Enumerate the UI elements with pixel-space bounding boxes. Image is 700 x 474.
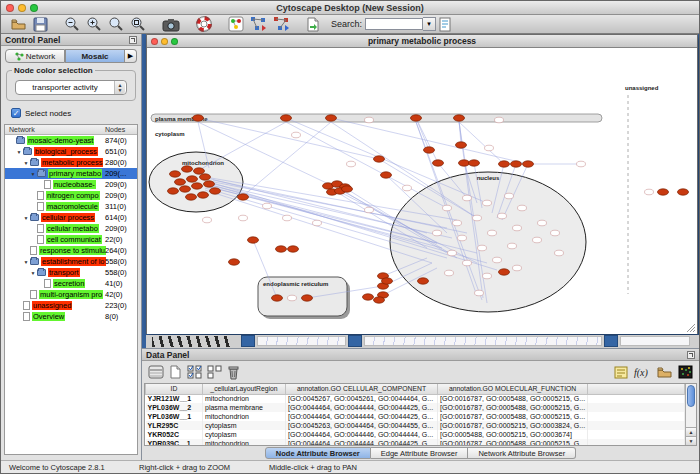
network-node-selected-category[interactable]	[459, 160, 470, 166]
search-input[interactable]	[365, 18, 423, 30]
tree-row[interactable]: mosaic-demo-yeast874(0)	[5, 135, 137, 146]
network-node-selected-category[interactable]	[229, 259, 240, 265]
network-node-selected-category[interactable]	[281, 115, 292, 121]
tree-row[interactable]: ▼metabolic process280(0)	[5, 157, 137, 168]
select-attributes-button[interactable]	[187, 363, 202, 381]
network-node-selected-category[interactable]	[424, 147, 435, 153]
table-row[interactable]: YJR121W__1mitochondrion[GO:0045267, GO:0…	[146, 394, 685, 403]
tree-row[interactable]: response to stimulu264(0)	[5, 245, 137, 256]
network-node[interactable]	[365, 117, 374, 123]
network-node[interactable]	[463, 195, 472, 201]
network-edge[interactable]	[331, 118, 528, 164]
network-node[interactable]	[513, 225, 522, 231]
import-attributes-button[interactable]	[614, 363, 628, 381]
table-row[interactable]: YLR295Ccytoplasm[GO:0045263, GO:0044464,…	[146, 421, 685, 430]
network-node[interactable]	[433, 230, 442, 236]
network-node-selected-category[interactable]	[469, 160, 480, 166]
network-node-selected-category[interactable]	[382, 278, 393, 284]
network-node-selected-category[interactable]	[523, 161, 534, 167]
resize-grip[interactable]	[687, 324, 695, 332]
network-node-selected-category[interactable]	[210, 188, 221, 194]
table-row[interactable]: YPL036W__2plasma membrane[GO:0044464, GO…	[146, 403, 685, 412]
scroll-up-icon[interactable]: ▲	[686, 427, 696, 436]
network-node-selected-category[interactable]	[511, 161, 522, 167]
network-node-selected-category[interactable]	[198, 192, 209, 198]
tree-row[interactable]: Overview8(0)	[5, 311, 137, 322]
tree-row[interactable]: ▼transport558(0)	[5, 267, 137, 278]
network-node-selected-category[interactable]	[411, 115, 422, 121]
network-node[interactable]	[483, 273, 492, 279]
network-node-selected-category[interactable]	[456, 142, 467, 148]
network-node[interactable]	[443, 205, 452, 211]
zoom-window-button[interactable]	[30, 4, 38, 12]
network-node-selected-category[interactable]	[658, 189, 669, 195]
network-node[interactable]	[495, 117, 504, 123]
unselect-attributes-button[interactable]	[207, 363, 222, 381]
network-node[interactable]	[445, 270, 454, 276]
network-node-selected-category[interactable]	[180, 186, 191, 192]
node-color-dropdown[interactable]: transporter activity ▲▼	[15, 80, 127, 95]
attribute-grid-button[interactable]	[148, 363, 164, 381]
close-button[interactable]	[6, 4, 14, 12]
tree-row[interactable]: cell communicat22(0)	[5, 234, 137, 245]
network-node-selected-category[interactable]	[170, 171, 181, 177]
new-attribute-button[interactable]	[169, 363, 182, 381]
network-node[interactable]	[505, 193, 514, 199]
network-node[interactable]	[513, 265, 522, 271]
network-node[interactable]	[483, 200, 492, 206]
tree-row[interactable]: ▼cellular process614(0)	[5, 212, 137, 223]
network-node[interactable]	[498, 213, 507, 219]
import-annotation-button[interactable]	[306, 16, 320, 33]
tab-mosaic[interactable]: Mosaic	[65, 49, 125, 63]
tree-row[interactable]: nucleobase-209(0)	[5, 179, 137, 190]
network-edge[interactable]	[416, 118, 429, 150]
tree-row[interactable]: ▼primary metabo209(...	[5, 168, 137, 179]
network-node[interactable]	[478, 245, 487, 251]
layout-network-alt-button[interactable]	[273, 16, 290, 33]
search-dropdown-button[interactable]: ▾	[423, 17, 436, 31]
select-nodes-checkbox[interactable]: ✓	[11, 108, 21, 118]
network-node-selected-category[interactable]	[678, 189, 689, 195]
network-node[interactable]	[551, 230, 560, 236]
network-node-selected-category[interactable]	[187, 176, 198, 182]
vizmapper-button[interactable]	[228, 16, 244, 33]
network-node-selected-category[interactable]	[499, 269, 510, 275]
tab-node-attribute-browser[interactable]: Node Attribute Browser	[265, 447, 371, 459]
network-node[interactable]	[518, 205, 527, 211]
tree-row[interactable]: secretion41(0)	[5, 278, 137, 289]
network-node-selected-category[interactable]	[326, 115, 337, 121]
float-data-panel-icon[interactable]	[687, 351, 695, 359]
network-edge[interactable]	[416, 118, 438, 163]
network-node[interactable]	[347, 161, 356, 167]
network-node[interactable]	[203, 217, 212, 223]
network-node-selected-category[interactable]	[186, 194, 197, 200]
network-node-selected-category[interactable]	[342, 186, 353, 192]
expand-arrow-icon[interactable]: ▼	[22, 160, 30, 166]
function-builder-button[interactable]: f(x)	[633, 363, 651, 381]
network-node-selected-category[interactable]	[175, 179, 186, 185]
zoom-in-button[interactable]	[86, 16, 102, 33]
index-search-button[interactable]	[439, 16, 452, 33]
network-node[interactable]	[403, 185, 412, 191]
scroll-down-icon[interactable]: ▼	[686, 436, 696, 445]
network-node-selected-category[interactable]	[238, 194, 249, 200]
network-node[interactable]	[645, 189, 654, 195]
network-node[interactable]	[555, 250, 564, 256]
save-session-button[interactable]	[33, 16, 48, 33]
column-header[interactable]: ID	[146, 384, 203, 394]
network-edge[interactable]	[243, 122, 331, 196]
network-node[interactable]	[365, 207, 374, 213]
tree-row[interactable]: macromolecule311(0)	[5, 201, 137, 212]
column-header[interactable]: annotation.GO MOLECULAR_FUNCTION	[438, 384, 588, 394]
network-node-selected-category[interactable]	[182, 166, 193, 172]
expand-arrow-icon[interactable]: ▼	[22, 215, 30, 221]
minimize-button[interactable]	[18, 4, 26, 12]
network-node-selected-category[interactable]	[272, 295, 283, 301]
network-node-selected-category[interactable]	[193, 115, 204, 121]
network-node-selected-category[interactable]	[499, 161, 510, 167]
network-node-selected-category[interactable]	[288, 246, 299, 252]
column-header[interactable]: _cellularLayoutRegion	[203, 384, 286, 394]
network-node[interactable]	[493, 257, 502, 263]
network-node[interactable]	[488, 230, 497, 236]
help-button[interactable]	[196, 16, 212, 33]
